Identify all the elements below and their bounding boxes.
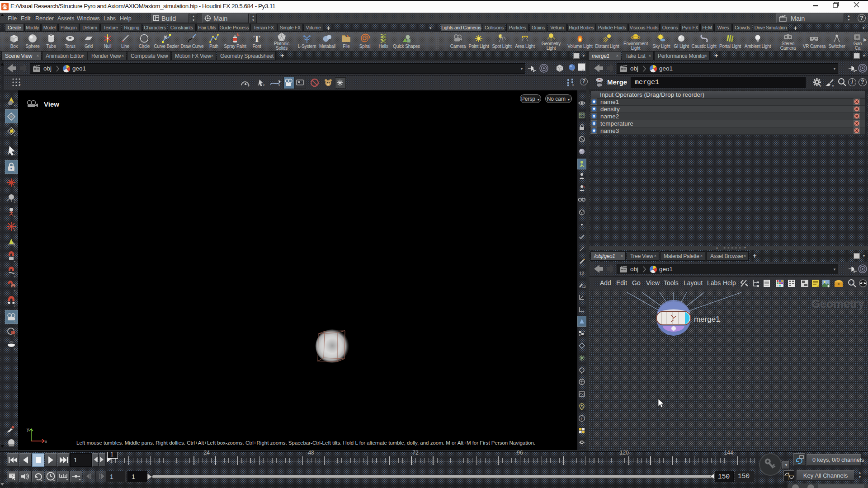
svg-text:12: 12 [579,271,585,276]
svg-text:12: 12 [582,285,586,289]
svg-text:y: y [27,427,29,432]
svg-text:i: i [581,417,582,421]
svg-text:T: T [254,33,260,44]
svg-text:merge1: merge1 [694,315,720,324]
svg-text:x: x [45,439,47,444]
